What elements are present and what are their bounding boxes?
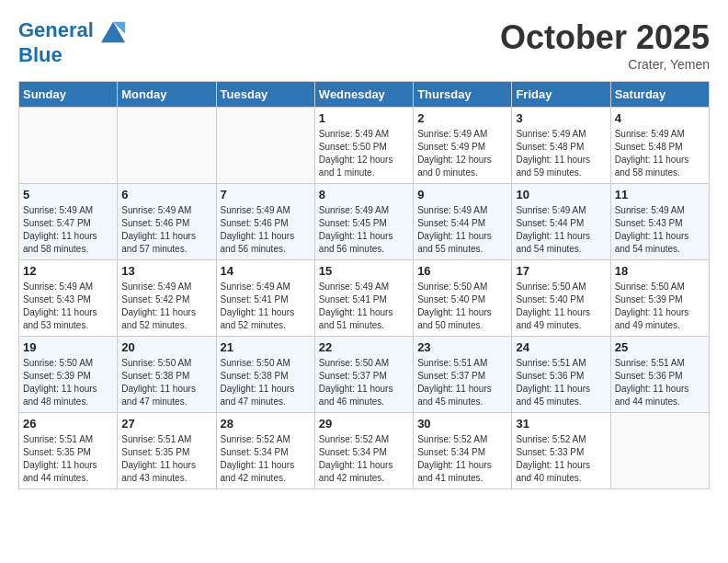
day-info: Sunrise: 5:50 AMSunset: 5:38 PMDaylight:… — [221, 357, 311, 408]
day-number: 9 — [417, 188, 507, 201]
day-number: 30 — [417, 417, 507, 431]
calendar-cell: 13Sunrise: 5:49 AMSunset: 5:42 PMDayligh… — [118, 260, 216, 337]
calendar-cell: 26Sunrise: 5:51 AMSunset: 5:35 PMDayligh… — [19, 413, 118, 489]
calendar-cell: 9Sunrise: 5:49 AMSunset: 5:44 PMDaylight… — [414, 184, 512, 260]
calendar-cell: 27Sunrise: 5:51 AMSunset: 5:35 PMDayligh… — [118, 413, 216, 489]
day-info: Sunrise: 5:51 AMSunset: 5:36 PMDaylight:… — [516, 357, 606, 408]
logo-text: General — [18, 18, 127, 44]
day-number: 27 — [121, 417, 211, 431]
calendar-cell: 12Sunrise: 5:49 AMSunset: 5:43 PMDayligh… — [19, 260, 118, 337]
day-info: Sunrise: 5:49 AMSunset: 5:48 PMDaylight:… — [516, 128, 606, 179]
day-number: 13 — [121, 264, 211, 278]
logo: General Blue — [18, 18, 127, 66]
calendar-table: SundayMondayTuesdayWednesdayThursdayFrid… — [18, 81, 710, 489]
calendar-cell: 19Sunrise: 5:50 AMSunset: 5:39 PMDayligh… — [19, 337, 118, 413]
day-info: Sunrise: 5:50 AMSunset: 5:38 PMDaylight:… — [121, 357, 211, 408]
day-info: Sunrise: 5:51 AMSunset: 5:35 PMDaylight:… — [23, 433, 113, 485]
logo-blue: Blue — [18, 44, 127, 66]
day-number: 16 — [417, 264, 507, 278]
day-info: Sunrise: 5:50 AMSunset: 5:39 PMDaylight:… — [615, 281, 705, 332]
calendar-cell: 2Sunrise: 5:49 AMSunset: 5:49 PMDaylight… — [414, 108, 512, 184]
weekday-header: Wednesday — [314, 82, 413, 108]
day-number: 4 — [615, 111, 705, 125]
calendar-cell: 8Sunrise: 5:49 AMSunset: 5:45 PMDaylight… — [314, 184, 413, 260]
calendar-cell: 25Sunrise: 5:51 AMSunset: 5:36 PMDayligh… — [610, 337, 709, 413]
title-block: October 2025 Crater, Yemen — [500, 18, 710, 72]
page-header: General Blue October 2025 Crater, Yemen — [18, 18, 710, 72]
day-info: Sunrise: 5:49 AMSunset: 5:41 PMDaylight:… — [221, 281, 311, 332]
calendar-cell: 23Sunrise: 5:51 AMSunset: 5:37 PMDayligh… — [414, 337, 512, 413]
day-number: 23 — [417, 340, 507, 354]
day-number: 3 — [516, 111, 606, 125]
day-info: Sunrise: 5:49 AMSunset: 5:44 PMDaylight:… — [516, 204, 606, 256]
calendar-cell: 17Sunrise: 5:50 AMSunset: 5:40 PMDayligh… — [512, 260, 610, 337]
calendar-cell: 18Sunrise: 5:50 AMSunset: 5:39 PMDayligh… — [610, 260, 709, 337]
month-title: October 2025 — [500, 18, 710, 57]
day-number: 14 — [221, 264, 311, 278]
day-number: 15 — [319, 264, 409, 278]
weekday-header: Saturday — [610, 82, 709, 108]
location-subtitle: Crater, Yemen — [500, 57, 710, 72]
day-number: 5 — [23, 188, 113, 201]
calendar-cell: 15Sunrise: 5:49 AMSunset: 5:41 PMDayligh… — [314, 260, 413, 337]
day-info: Sunrise: 5:51 AMSunset: 5:37 PMDaylight:… — [417, 357, 507, 408]
day-number: 21 — [221, 340, 311, 354]
day-number: 18 — [615, 264, 705, 278]
day-info: Sunrise: 5:50 AMSunset: 5:40 PMDaylight:… — [417, 281, 507, 332]
calendar-cell — [19, 108, 118, 184]
day-number: 10 — [516, 188, 606, 201]
day-info: Sunrise: 5:52 AMSunset: 5:33 PMDaylight:… — [516, 433, 606, 485]
calendar-cell — [610, 413, 709, 489]
day-number: 29 — [319, 417, 409, 431]
day-info: Sunrise: 5:49 AMSunset: 5:43 PMDaylight:… — [23, 281, 113, 332]
day-number: 22 — [319, 340, 409, 354]
calendar-cell: 1Sunrise: 5:49 AMSunset: 5:50 PMDaylight… — [314, 108, 413, 184]
day-number: 24 — [516, 340, 606, 354]
day-info: Sunrise: 5:51 AMSunset: 5:35 PMDaylight:… — [121, 433, 211, 485]
calendar-cell: 29Sunrise: 5:52 AMSunset: 5:34 PMDayligh… — [314, 413, 413, 489]
calendar-cell: 21Sunrise: 5:50 AMSunset: 5:38 PMDayligh… — [216, 337, 314, 413]
day-number: 11 — [615, 188, 705, 201]
day-info: Sunrise: 5:49 AMSunset: 5:47 PMDaylight:… — [23, 204, 113, 256]
calendar-cell: 11Sunrise: 5:49 AMSunset: 5:43 PMDayligh… — [610, 184, 709, 260]
weekday-header: Friday — [512, 82, 610, 108]
calendar-cell: 31Sunrise: 5:52 AMSunset: 5:33 PMDayligh… — [512, 413, 610, 489]
day-info: Sunrise: 5:52 AMSunset: 5:34 PMDaylight:… — [319, 433, 409, 485]
weekday-header: Monday — [118, 82, 216, 108]
calendar-cell: 4Sunrise: 5:49 AMSunset: 5:48 PMDaylight… — [610, 108, 709, 184]
day-number: 31 — [516, 417, 606, 431]
calendar-cell — [118, 108, 216, 184]
day-number: 19 — [23, 340, 113, 354]
day-info: Sunrise: 5:51 AMSunset: 5:36 PMDaylight:… — [615, 357, 705, 408]
calendar-cell: 7Sunrise: 5:49 AMSunset: 5:46 PMDaylight… — [216, 184, 314, 260]
day-number: 26 — [23, 417, 113, 431]
calendar-cell: 14Sunrise: 5:49 AMSunset: 5:41 PMDayligh… — [216, 260, 314, 337]
day-info: Sunrise: 5:49 AMSunset: 5:48 PMDaylight:… — [615, 128, 705, 179]
day-info: Sunrise: 5:50 AMSunset: 5:37 PMDaylight:… — [319, 357, 409, 408]
day-info: Sunrise: 5:49 AMSunset: 5:45 PMDaylight:… — [319, 204, 409, 256]
day-info: Sunrise: 5:52 AMSunset: 5:34 PMDaylight:… — [417, 433, 507, 485]
calendar-cell: 28Sunrise: 5:52 AMSunset: 5:34 PMDayligh… — [216, 413, 314, 489]
day-number: 20 — [121, 340, 211, 354]
day-info: Sunrise: 5:52 AMSunset: 5:34 PMDaylight:… — [221, 433, 311, 485]
calendar-cell: 5Sunrise: 5:49 AMSunset: 5:47 PMDaylight… — [19, 184, 118, 260]
day-number: 17 — [516, 264, 606, 278]
calendar-cell — [216, 108, 314, 184]
weekday-header: Tuesday — [216, 82, 314, 108]
calendar-cell: 3Sunrise: 5:49 AMSunset: 5:48 PMDaylight… — [512, 108, 610, 184]
weekday-header: Thursday — [414, 82, 512, 108]
calendar-cell: 24Sunrise: 5:51 AMSunset: 5:36 PMDayligh… — [512, 337, 610, 413]
day-number: 28 — [221, 417, 311, 431]
day-info: Sunrise: 5:50 AMSunset: 5:40 PMDaylight:… — [516, 281, 606, 332]
day-info: Sunrise: 5:49 AMSunset: 5:43 PMDaylight:… — [615, 204, 705, 256]
day-info: Sunrise: 5:49 AMSunset: 5:44 PMDaylight:… — [417, 204, 507, 256]
day-info: Sunrise: 5:49 AMSunset: 5:41 PMDaylight:… — [319, 281, 409, 332]
day-info: Sunrise: 5:49 AMSunset: 5:50 PMDaylight:… — [319, 128, 409, 179]
day-number: 12 — [23, 264, 113, 278]
day-number: 8 — [319, 188, 409, 201]
calendar-cell: 20Sunrise: 5:50 AMSunset: 5:38 PMDayligh… — [118, 337, 216, 413]
day-info: Sunrise: 5:49 AMSunset: 5:49 PMDaylight:… — [417, 128, 507, 179]
day-info: Sunrise: 5:50 AMSunset: 5:39 PMDaylight:… — [23, 357, 113, 408]
day-number: 7 — [221, 188, 311, 201]
day-number: 25 — [615, 340, 705, 354]
